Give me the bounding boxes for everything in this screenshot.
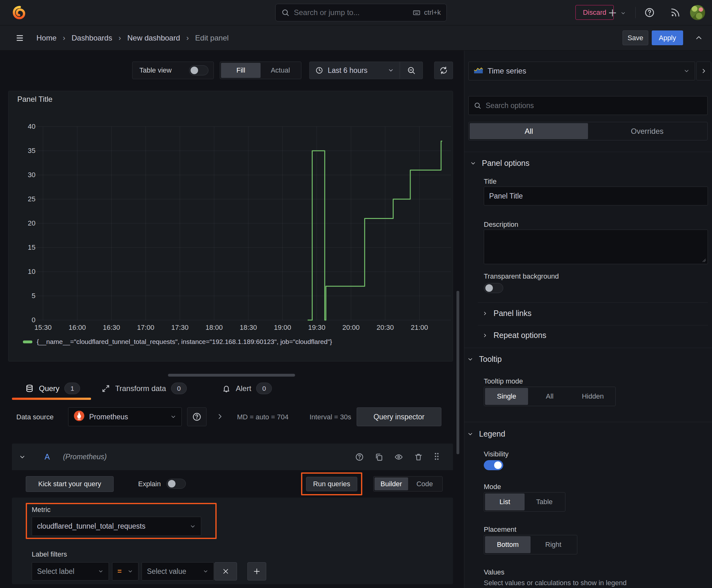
save-button[interactable]: Save [623, 30, 648, 45]
query-ref-id: A [45, 452, 50, 461]
tab-all[interactable]: All [470, 123, 588, 139]
breadcrumb-edit-panel: Edit panel [195, 34, 229, 42]
tab-query-count: 1 [64, 383, 80, 394]
table-view-label: Table view [139, 66, 172, 75]
rss-icon[interactable] [670, 7, 681, 18]
query-help-icon[interactable] [355, 453, 364, 461]
resize-corner-icon[interactable] [702, 258, 706, 262]
run-queries-button[interactable]: Run queries [306, 477, 357, 491]
legend-placement-right[interactable]: Right [531, 536, 576, 553]
vertical-scrollbar-thumb[interactable] [456, 291, 459, 454]
tab-overrides[interactable]: Overrides [588, 123, 706, 139]
datasource-picker[interactable]: Prometheus [68, 407, 182, 426]
legend-visibility-toggle[interactable] [484, 460, 503, 470]
visualization-picker[interactable]: Time series [468, 62, 695, 80]
y-axis: 0510152025303540 [12, 124, 36, 322]
code-segment[interactable]: Code [408, 478, 442, 490]
tooltip-mode-single[interactable]: Single [485, 388, 528, 405]
panel-options-section-header[interactable]: Panel options [470, 159, 530, 168]
toggle-visibility-eye-icon[interactable] [394, 453, 404, 461]
panel-links-section-header[interactable]: Panel links [482, 309, 532, 318]
fill-actual-segmented: Fill Actual [220, 62, 301, 79]
breadcrumb-new-dashboard[interactable]: New dashboard [127, 34, 180, 42]
discard-button[interactable]: Discard [576, 5, 614, 20]
apply-button[interactable]: Apply [652, 30, 683, 45]
collapse-options-chevron-right-button[interactable] [696, 62, 711, 80]
query-collapse-chevron-down-icon[interactable] [19, 454, 26, 460]
chevron-down-icon [467, 356, 473, 362]
global-search-input[interactable] [294, 8, 408, 17]
section-divider [464, 152, 712, 152]
legend-title: Legend [479, 429, 505, 439]
add-filter-button[interactable] [247, 562, 266, 581]
panel-resize-handle[interactable] [168, 374, 295, 377]
tooltip-section-header[interactable]: Tooltip [467, 355, 502, 364]
panel-title[interactable]: Panel Title [17, 95, 52, 104]
kick-start-query-button[interactable]: Kick start your query [26, 476, 114, 492]
legend-mode-table[interactable]: Table [524, 493, 564, 510]
transparent-background-toggle[interactable] [484, 283, 503, 293]
tooltip-mode-all[interactable]: All [528, 388, 571, 405]
options-search-input[interactable] [486, 102, 702, 110]
query-inspector-button[interactable]: Query inspector [357, 407, 441, 426]
zoom-out-button[interactable] [400, 62, 423, 79]
refresh-button[interactable] [434, 62, 453, 79]
metric-label: Metric [32, 506, 50, 514]
time-range-picker[interactable]: Last 6 hours [309, 62, 400, 79]
explain-toggle[interactable] [166, 479, 186, 489]
options-search-box[interactable] [468, 96, 708, 115]
legend-placement-bottom[interactable]: Bottom [485, 536, 531, 553]
grafana-logo-icon[interactable] [12, 5, 26, 22]
datasource-help-button[interactable] [187, 407, 207, 426]
operator-dropdown[interactable]: = [112, 562, 138, 581]
panel-options-title: Panel options [482, 159, 530, 168]
close-icon [222, 568, 229, 575]
query-row-card: A (Prometheus) Kick start your query Exp… [12, 443, 453, 584]
description-textarea[interactable] [489, 233, 703, 261]
duplicate-query-icon[interactable] [374, 453, 383, 461]
tab-alert[interactable]: Alert 0 [222, 383, 272, 394]
x-axis: 15:3016:0016:3017:0017:3018:0018:3019:00… [34, 323, 451, 334]
global-search-box[interactable]: ctrl+k [275, 4, 447, 21]
delete-query-trash-icon[interactable] [414, 453, 423, 461]
metric-select[interactable]: cloudflared_tunnel_total_requests [32, 517, 201, 536]
actual-segment[interactable]: Actual [261, 63, 300, 78]
panel-title-input[interactable] [489, 192, 703, 201]
repeat-options-section-header[interactable]: Repeat options [482, 331, 546, 340]
legend-section-header[interactable]: Legend [467, 429, 505, 439]
menu-hamburger-icon[interactable] [15, 34, 24, 42]
help-icon[interactable] [644, 7, 655, 18]
select-label-dropdown[interactable]: Select label [32, 562, 109, 581]
legend-mode-list[interactable]: List [485, 493, 524, 510]
description-label: Description [484, 220, 518, 229]
builder-segment[interactable]: Builder [374, 478, 408, 490]
y-tick-label: 35 [12, 146, 36, 156]
add-chevron-down-icon[interactable] [620, 10, 626, 16]
tooltip-mode-hidden[interactable]: Hidden [571, 388, 614, 405]
tab-query[interactable]: Query 1 [25, 383, 80, 394]
collapse-header-chevron-up-icon[interactable] [694, 33, 703, 42]
query-options-chevron-right-icon[interactable] [216, 413, 224, 421]
tooltip-title: Tooltip [479, 355, 502, 364]
tab-transform[interactable]: Transform data 0 [102, 383, 187, 394]
table-view-toggle[interactable] [189, 65, 209, 76]
datasource-chevron-down-icon [170, 414, 176, 420]
breadcrumb-home[interactable]: Home [37, 34, 57, 42]
select-value-dropdown[interactable]: Select value [142, 562, 214, 581]
explain-label: Explain [138, 480, 161, 488]
query-row-header[interactable]: A (Prometheus) [12, 443, 453, 470]
remove-filter-button[interactable] [214, 562, 237, 581]
transform-icon [102, 384, 110, 393]
legend-item[interactable]: {__name__="cloudflared_tunnel_total_requ… [23, 338, 332, 345]
chart-plot[interactable] [34, 124, 451, 322]
tab-alert-count: 0 [256, 383, 272, 394]
x-tick-label: 20:00 [337, 323, 365, 332]
time-range-group: Last 6 hours [309, 62, 423, 79]
x-tick-label: 17:30 [166, 323, 194, 332]
breadcrumb-separator: › [63, 34, 65, 42]
drag-handle-grip-icon[interactable] [434, 452, 440, 462]
query-datasource-hint: (Prometheus) [63, 453, 107, 461]
breadcrumb-dashboards[interactable]: Dashboards [71, 34, 112, 42]
fill-segment[interactable]: Fill [221, 63, 261, 78]
avatar[interactable] [690, 5, 705, 20]
